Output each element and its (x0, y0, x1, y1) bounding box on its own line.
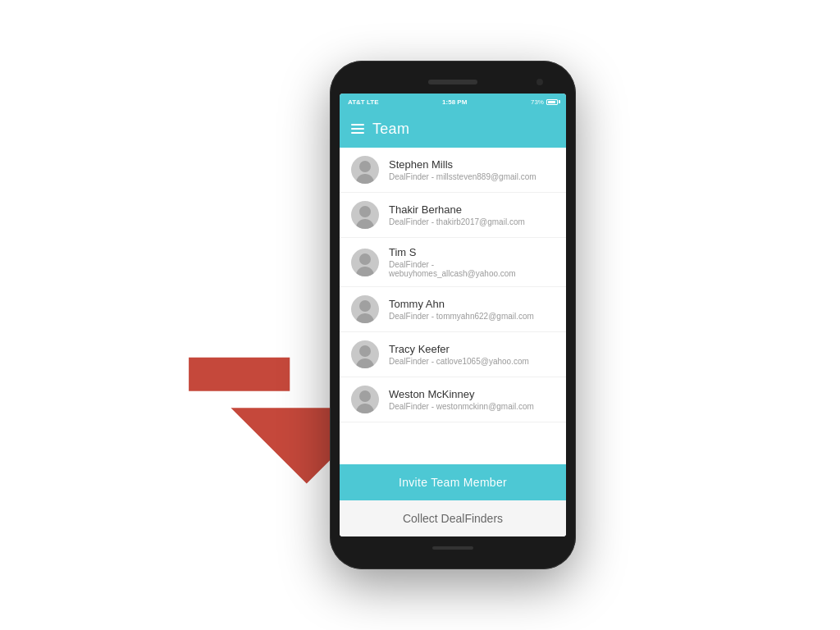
contact-info: Weston McKinney DealFinder - westonmckin… (389, 388, 555, 411)
app-header: Team (340, 110, 566, 148)
list-item[interactable]: Thakir Berhane DealFinder - thakirb2017@… (340, 193, 566, 238)
collect-dealfinders-button[interactable]: Collect DealFinders (340, 500, 566, 536)
menu-icon[interactable] (351, 124, 364, 134)
avatar (351, 295, 379, 323)
avatar (351, 340, 379, 368)
phone-device: AT&T LTE 1:58 PM 73% Team (330, 61, 576, 569)
list-item[interactable]: Stephen Mills DealFinder - millssteven88… (340, 148, 566, 193)
contact-subtitle: DealFinder - tommyahn622@gmail.com (389, 312, 555, 321)
carrier-text: AT&T LTE (348, 98, 378, 106)
avatar (351, 201, 379, 229)
contact-info: Thakir Berhane DealFinder - thakirb2017@… (389, 203, 555, 226)
avatar (351, 156, 379, 184)
status-bar: AT&T LTE 1:58 PM 73% (340, 94, 566, 110)
time-text: 1:58 PM (442, 98, 467, 106)
phone-bottom (340, 536, 566, 559)
contact-list: Stephen Mills DealFinder - millssteven88… (340, 148, 566, 464)
contact-name: Thakir Berhane (389, 203, 555, 216)
avatar (351, 249, 379, 276)
home-bar (432, 546, 473, 550)
list-item[interactable]: Tommy Ahn DealFinder - tommyahn622@gmail… (340, 287, 566, 332)
contact-name: Tim S (389, 246, 555, 258)
contact-subtitle: DealFinder - webuyhomes_allcash@yahoo.co… (389, 260, 555, 278)
contact-subtitle: DealFinder - catlove1065@yahoo.com (389, 357, 555, 366)
contact-info: Stephen Mills DealFinder - millssteven88… (389, 158, 555, 181)
list-item[interactable]: Weston McKinney DealFinder - westonmckin… (340, 377, 566, 422)
phone-top (340, 71, 566, 94)
battery-icon (546, 99, 558, 105)
invite-team-member-button[interactable]: Invite Team Member (340, 464, 566, 500)
phone-screen: AT&T LTE 1:58 PM 73% Team (340, 94, 566, 536)
contact-subtitle: DealFinder - millssteven889@gmail.com (389, 172, 555, 181)
battery-area: 73% (531, 98, 558, 106)
contact-name: Tracy Keefer (389, 343, 555, 355)
contact-info: Tracy Keefer DealFinder - catlove1065@ya… (389, 343, 555, 366)
phone-camera (536, 79, 543, 85)
contact-name: Weston McKinney (389, 388, 555, 400)
contact-name: Stephen Mills (389, 158, 555, 171)
contact-name: Tommy Ahn (389, 298, 555, 310)
contact-subtitle: DealFinder - thakirb2017@gmail.com (389, 217, 555, 226)
list-item[interactable]: Tracy Keefer DealFinder - catlove1065@ya… (340, 332, 566, 377)
contact-info: Tim S DealFinder - webuyhomes_allcash@ya… (389, 246, 555, 278)
avatar (351, 386, 379, 413)
screen-title: Team (372, 121, 409, 138)
battery-percent: 73% (531, 98, 544, 106)
contact-info: Tommy Ahn DealFinder - tommyahn622@gmail… (389, 298, 555, 321)
bottom-actions: Invite Team Member Collect DealFinders (340, 464, 566, 536)
list-item[interactable]: Tim S DealFinder - webuyhomes_allcash@ya… (340, 238, 566, 287)
contact-subtitle: DealFinder - westonmckinn@gmail.com (389, 402, 555, 411)
phone-speaker (428, 80, 477, 84)
